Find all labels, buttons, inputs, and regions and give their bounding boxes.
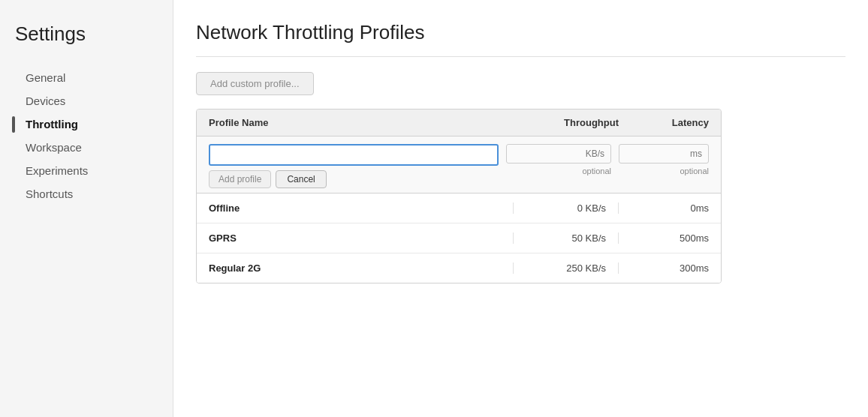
sidebar-item-label: Devices	[26, 94, 65, 107]
add-cancel-row: Add profile Cancel	[209, 170, 499, 188]
sidebar: Settings General Devices Throttling Work…	[0, 0, 173, 417]
sidebar-item-experiments[interactable]: Experiments	[15, 160, 158, 182]
sidebar-item-shortcuts[interactable]: Shortcuts	[15, 183, 158, 205]
profile-throughput-offline: 0 KB/s	[514, 202, 619, 214]
name-input-column: Add profile Cancel	[209, 144, 499, 188]
profile-throughput-gprs: 50 KB/s	[514, 232, 619, 244]
throughput-input-column: optional	[506, 144, 611, 176]
sidebar-title: Settings	[15, 22, 158, 46]
add-profile-row: Add profile Cancel optional optional	[197, 136, 721, 194]
col-header-throughput: Throughput	[514, 117, 619, 128]
page-title: Network Throttling Profiles	[196, 21, 845, 44]
profile-name-gprs: GPRS	[209, 232, 514, 244]
table-header: Profile Name Throughput Latency	[197, 110, 721, 136]
table-row: GPRS 50 KB/s 500ms	[197, 224, 721, 254]
profile-name-input[interactable]	[209, 144, 499, 166]
sidebar-item-label: Workspace	[26, 141, 82, 154]
sidebar-item-general[interactable]: General	[15, 67, 158, 88]
profile-throughput-regular2g: 250 KB/s	[514, 262, 619, 274]
latency-optional-label: optional	[680, 166, 709, 176]
throughput-optional-label: optional	[582, 166, 611, 176]
sidebar-item-throttling[interactable]: Throttling	[15, 113, 158, 135]
profile-latency-offline: 0ms	[619, 202, 709, 214]
table-row: Offline 0 KB/s 0ms	[197, 194, 721, 224]
main-content: Network Throttling Profiles Add custom p…	[173, 0, 868, 417]
add-custom-profile-button[interactable]: Add custom profile...	[196, 72, 314, 95]
col-header-profile-name: Profile Name	[209, 117, 514, 128]
sidebar-item-label: Experiments	[26, 164, 88, 177]
profile-name-regular2g: Regular 2G	[209, 262, 514, 274]
table-row: Regular 2G 250 KB/s 300ms	[197, 254, 721, 283]
col-header-latency: Latency	[619, 117, 709, 128]
sidebar-item-label: General	[26, 71, 65, 84]
sidebar-item-label: Throttling	[26, 118, 78, 130]
divider	[196, 56, 845, 57]
profile-latency-regular2g: 300ms	[619, 262, 709, 274]
sidebar-item-workspace[interactable]: Workspace	[15, 136, 158, 158]
sidebar-item-devices[interactable]: Devices	[15, 90, 158, 112]
profiles-table: Profile Name Throughput Latency Add prof…	[196, 109, 722, 284]
profile-latency-gprs: 500ms	[619, 232, 709, 244]
latency-input-column: optional	[619, 144, 709, 176]
sidebar-item-label: Shortcuts	[26, 188, 73, 200]
latency-input[interactable]	[619, 144, 709, 164]
cancel-button[interactable]: Cancel	[276, 170, 326, 188]
add-profile-button[interactable]: Add profile	[209, 170, 271, 188]
throughput-input[interactable]	[506, 144, 611, 164]
profile-name-offline: Offline	[209, 202, 514, 214]
